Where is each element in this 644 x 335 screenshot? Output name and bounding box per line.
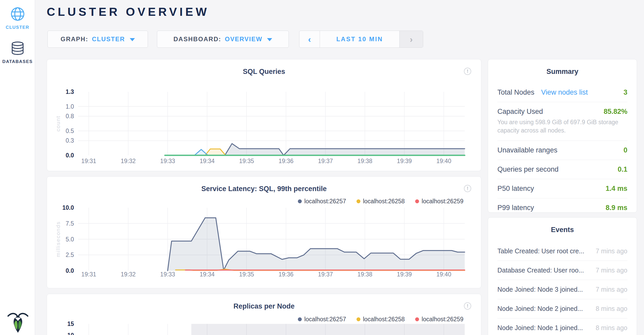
- svg-text:milliseconds: milliseconds: [55, 221, 61, 257]
- graph-dropdown-label: GRAPH:: [60, 36, 88, 43]
- svg-text:19:39: 19:39: [397, 158, 412, 164]
- event-row: Node Joined: Node 2 joined... 8 mins ago: [497, 299, 627, 318]
- event-text: Node Joined: Node 3 joined...: [497, 286, 583, 293]
- dashboard-dropdown[interactable]: DASHBOARD: OVERVIEW: [157, 31, 289, 48]
- database-icon: [10, 52, 25, 56]
- replicas-per-node-panel: Replicas per Node ! localhost:26257local…: [47, 294, 481, 335]
- svg-text:19:40: 19:40: [436, 271, 451, 278]
- events-list: Table Created: User root cre... 7 mins a…: [497, 242, 627, 335]
- svg-text:15: 15: [67, 320, 74, 327]
- page-title: CLUSTER OVERVIEW: [47, 5, 209, 19]
- summary-row-capacity: Capacity Used 85.82% You are using 598.9…: [497, 102, 627, 141]
- svg-text:0.5: 0.5: [66, 128, 74, 134]
- svg-text:19:34: 19:34: [200, 158, 215, 164]
- svg-text:5.0: 5.0: [66, 236, 74, 243]
- event-row: Database Created: User roo... 7 mins ago: [497, 261, 627, 280]
- dashboard-dropdown-value: OVERVIEW: [225, 36, 263, 43]
- capacity-description: You are using 598.9 GiB of 697.9 GiB sto…: [497, 118, 623, 135]
- svg-text:10: 10: [67, 332, 74, 335]
- summary-value: 1.4 ms: [606, 185, 627, 193]
- svg-text:19:39: 19:39: [397, 271, 412, 278]
- summary-value: 3: [624, 88, 627, 96]
- sidebar: CLUSTER DATABASES: [0, 0, 35, 335]
- event-time: 8 mins ago: [596, 324, 627, 332]
- info-icon[interactable]: !: [464, 185, 471, 192]
- dashboard-dropdown-label: DASHBOARD:: [174, 36, 221, 43]
- svg-text:19:36: 19:36: [278, 271, 293, 278]
- summary-value: 85.82%: [604, 108, 627, 116]
- event-text: Node Joined: Node 2 joined...: [497, 305, 583, 312]
- svg-text:19:33: 19:33: [160, 271, 175, 278]
- summary-label: Unavailable ranges: [497, 146, 557, 154]
- svg-text:19:37: 19:37: [318, 271, 333, 278]
- time-range-value[interactable]: LAST 10 MIN: [320, 31, 400, 47]
- summary-row-qps: Queries per second 0.1: [497, 160, 627, 179]
- summary-label: Queries per second: [497, 165, 559, 173]
- svg-text:0.0: 0.0: [66, 267, 74, 274]
- svg-text:19:40: 19:40: [436, 158, 451, 164]
- event-time: 8 mins ago: [596, 305, 627, 312]
- svg-text:19:31: 19:31: [81, 271, 96, 278]
- event-text: Node Joined: Node 1 joined...: [497, 324, 583, 332]
- cockroachdb-logo: [7, 311, 29, 333]
- time-prev-button[interactable]: ‹: [299, 31, 320, 47]
- summary-title: Summary: [488, 68, 637, 76]
- svg-text:19:35: 19:35: [239, 271, 254, 278]
- event-row: Node Joined: Node 3 joined... 7 mins ago: [497, 280, 627, 299]
- event-row: Node Joined: Node 1 joined... 8 mins ago: [497, 318, 627, 335]
- svg-text:1.0: 1.0: [66, 103, 74, 110]
- sidebar-item-cluster-label: CLUSTER: [0, 25, 35, 30]
- summary-panel: Summary Total Nodes View nodes list 3 Ca…: [488, 59, 637, 213]
- globe-icon: [10, 18, 25, 22]
- summary-value: 0.1: [618, 165, 627, 173]
- summary-label: Total Nodes: [497, 88, 535, 96]
- events-title: Events: [488, 226, 637, 234]
- summary-list: Total Nodes View nodes list 3 Capacity U…: [497, 83, 627, 217]
- event-time: 7 mins ago: [596, 267, 627, 274]
- svg-text:19:32: 19:32: [121, 271, 136, 278]
- svg-text:2.5: 2.5: [66, 252, 74, 258]
- service-latency-chart[interactable]: 19:3119:3219:3319:3419:3519:3619:3719:38…: [57, 203, 476, 280]
- cluster-overview-page: CLUSTER DATABASES: [0, 0, 644, 335]
- summary-row-unavailable-ranges: Unavailable ranges 0: [497, 141, 627, 160]
- chevron-down-icon: [130, 38, 135, 41]
- summary-label: Capacity Used: [497, 108, 543, 116]
- svg-text:19:32: 19:32: [121, 158, 136, 164]
- svg-text:1.3: 1.3: [66, 88, 74, 95]
- summary-value: 8.9 ms: [606, 204, 627, 212]
- summary-label: P50 latency: [497, 185, 534, 193]
- view-nodes-list-link[interactable]: View nodes list: [541, 88, 588, 96]
- svg-text:19:37: 19:37: [318, 158, 333, 164]
- event-text: Database Created: User roo...: [497, 267, 584, 274]
- events-panel: Events Table Created: User root cre... 7…: [488, 217, 637, 335]
- svg-text:0.8: 0.8: [66, 113, 74, 120]
- event-row: Table Created: User root cre... 7 mins a…: [497, 242, 627, 261]
- sql-queries-chart[interactable]: 19:3119:3219:3319:3419:3519:3619:3719:38…: [57, 87, 476, 165]
- svg-text:19:31: 19:31: [81, 158, 96, 164]
- summary-row-p99: P99 latency 8.9 ms: [497, 198, 627, 217]
- info-icon[interactable]: !: [464, 68, 471, 75]
- time-next-button[interactable]: ›: [400, 31, 423, 47]
- svg-text:19:38: 19:38: [358, 158, 373, 164]
- sidebar-item-databases[interactable]: DATABASES: [0, 41, 35, 64]
- event-text: Table Created: User root cre...: [497, 247, 584, 255]
- sql-queries-panel: SQL Queries ! 19:3119:3219:3319:3419:351…: [47, 59, 481, 171]
- sidebar-item-cluster[interactable]: CLUSTER: [0, 7, 35, 30]
- svg-text:10.0: 10.0: [62, 204, 74, 211]
- summary-label: P99 latency: [497, 204, 534, 212]
- graph-dropdown[interactable]: GRAPH: CLUSTER: [47, 31, 148, 48]
- chevron-down-icon: [267, 38, 272, 41]
- info-icon[interactable]: !: [464, 302, 471, 310]
- time-range-control: ‹ LAST 10 MIN ›: [299, 31, 423, 48]
- summary-row-p50: P50 latency 1.4 ms: [497, 179, 627, 198]
- svg-text:19:34: 19:34: [200, 271, 215, 278]
- replicas-per-node-chart[interactable]: 19:3119:3219:3319:3419:3519:3619:3719:38…: [57, 319, 476, 335]
- chart-title: SQL Queries: [47, 68, 481, 76]
- svg-text:7.5: 7.5: [66, 220, 74, 227]
- svg-text:0.0: 0.0: [66, 152, 74, 159]
- svg-text:19:35: 19:35: [239, 158, 254, 164]
- event-time: 7 mins ago: [596, 286, 627, 293]
- svg-text:0.3: 0.3: [66, 137, 74, 144]
- summary-value: 0: [624, 146, 627, 154]
- sidebar-item-databases-label: DATABASES: [0, 59, 35, 64]
